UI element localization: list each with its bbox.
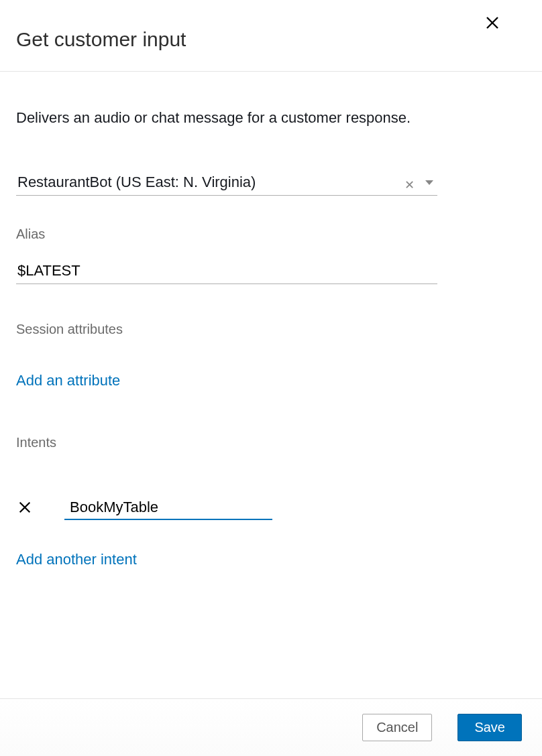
get-customer-input-panel: Get customer input Delivers an audio or … — [0, 0, 542, 756]
close-icon[interactable] — [484, 15, 500, 34]
panel-footer: Cancel Save — [0, 698, 542, 756]
panel-body: Delivers an audio or chat message for a … — [0, 72, 542, 568]
intent-input[interactable] — [64, 497, 272, 520]
cancel-button[interactable]: Cancel — [362, 714, 432, 741]
alias-input[interactable] — [16, 259, 437, 284]
save-button[interactable]: Save — [457, 714, 522, 741]
panel-description: Delivers an audio or chat message for a … — [16, 109, 526, 127]
panel-title: Get customer input — [16, 28, 526, 51]
intent-row — [16, 497, 526, 520]
remove-intent-icon[interactable] — [16, 500, 32, 517]
clear-icon[interactable]: ✕ — [404, 178, 415, 192]
add-attribute-link[interactable]: Add an attribute — [16, 372, 526, 389]
bot-select-value: RestaurantBot (US East: N. Virginia) — [17, 174, 256, 190]
panel-header: Get customer input — [0, 0, 542, 72]
caret-down-icon[interactable] — [425, 180, 433, 185]
add-intent-link[interactable]: Add another intent — [16, 551, 526, 568]
alias-label: Alias — [16, 227, 526, 242]
bot-select[interactable]: RestaurantBot (US East: N. Virginia) ✕ — [16, 174, 437, 196]
session-attributes-label: Session attributes — [16, 322, 526, 337]
intents-label: Intents — [16, 435, 526, 450]
